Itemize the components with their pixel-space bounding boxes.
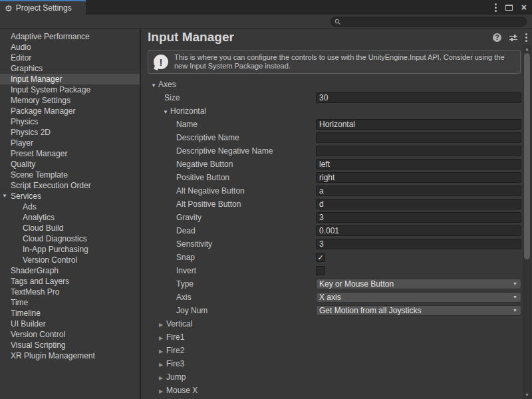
text-field-dead[interactable]: 0.001 (316, 225, 521, 236)
text-field-positive-button[interactable]: right (316, 172, 521, 183)
dropdown-joy-num[interactable]: Get Motion from all Joysticks▼ (316, 305, 521, 316)
sidebar-item-label: Physics (11, 117, 38, 126)
scrollbar-thumb[interactable] (524, 53, 530, 259)
foldout-closed-icon[interactable]: ▶ (159, 358, 166, 372)
property-label: Fire3 (166, 359, 184, 368)
property-row-jump: ▶Jump (141, 370, 523, 384)
property-label-wrap: ▶Mouse X (141, 384, 198, 397)
sidebar-item-label: ShaderGraph (11, 266, 59, 275)
sidebar-item-textmesh-pro[interactable]: TextMesh Pro (0, 287, 140, 297)
sidebar-item-script-execution-order[interactable]: Script Execution Order (0, 180, 140, 191)
maximize-icon[interactable] (505, 5, 513, 11)
property-label: Alt Positive Button (176, 200, 241, 209)
dropdown-axis[interactable]: X axis▼ (316, 292, 521, 303)
property-label-wrap: Negative Button (141, 158, 233, 171)
sidebar-item-analytics[interactable]: Analytics (0, 212, 140, 223)
foldout-closed-icon[interactable]: ▶ (159, 385, 166, 398)
property-label: Sensitivity (176, 239, 212, 249)
text-field-negative-button[interactable]: left (316, 159, 521, 170)
sidebar-item-graphics[interactable]: Graphics (0, 63, 140, 74)
sidebar-item-xr-plugin-management[interactable]: XR Plugin Management (0, 350, 140, 361)
scroll-up-icon[interactable]: ▲ (523, 45, 531, 53)
foldout-open-icon[interactable]: ▼ (2, 191, 9, 201)
foldout-open-icon[interactable]: ▼ (151, 79, 158, 92)
property-label: Jump (166, 372, 186, 382)
sidebar-item-ads[interactable]: Ads (0, 201, 140, 212)
property-label: Positive Button (176, 173, 229, 182)
text-field-alt-negative-button[interactable]: a (316, 186, 521, 196)
sidebar-item-adaptive-performance[interactable]: Adaptive Performance (0, 31, 140, 42)
search-box[interactable] (331, 17, 527, 27)
sidebar-item-input-manager[interactable]: Input Manager (0, 74, 140, 84)
vertical-scrollbar[interactable]: ▲ ▼ (523, 45, 531, 398)
main-panel: Input Manager ? ! This is where you can … (141, 29, 532, 399)
property-label: Joy Num (176, 306, 207, 315)
property-label: Type (176, 279, 194, 289)
sidebar-item-physics-2d[interactable]: Physics 2D (0, 127, 140, 138)
property-label-wrap: ▶Fire3 (141, 357, 184, 370)
foldout-closed-icon[interactable]: ▶ (159, 319, 166, 332)
property-label-wrap: Type (141, 277, 194, 291)
property-label: Gravity (176, 213, 201, 222)
text-field-alt-positive-button[interactable]: d (316, 199, 521, 209)
sidebar-item-cloud-build[interactable]: Cloud Build (0, 223, 140, 233)
sidebar-item-services[interactable]: ▼Services (0, 191, 140, 201)
window-menu-icon[interactable] (495, 3, 497, 12)
property-row-positive-button: Positive Buttonright (141, 171, 523, 184)
sidebar-item-label: Preset Manager (11, 149, 67, 158)
sidebar-item-label: Quality (11, 160, 35, 169)
text-field-descriptive-name[interactable] (316, 132, 521, 143)
sidebar-item-scene-template[interactable]: Scene Template (0, 170, 140, 180)
text-field-size[interactable]: 30 (316, 92, 521, 103)
sidebar-item-audio[interactable]: Audio (0, 42, 140, 53)
close-icon[interactable]: × (521, 3, 527, 12)
sidebar-item-label: Physics 2D (11, 128, 51, 137)
text-field-name[interactable]: Horizontal (316, 119, 521, 130)
sidebar-item-shadergraph[interactable]: ShaderGraph (0, 265, 140, 276)
search-input[interactable] (343, 18, 516, 26)
info-banner-text: This is where you can configure the cont… (174, 53, 515, 70)
sidebar-item-quality[interactable]: Quality (0, 159, 140, 170)
sidebar-item-player[interactable]: Player (0, 138, 140, 148)
tab-project-settings[interactable]: ⚙ Project Settings (0, 0, 86, 15)
checkbox-invert[interactable] (316, 266, 325, 275)
sidebar-item-physics[interactable]: Physics (0, 116, 140, 127)
sidebar-item-label: Cloud Build (23, 223, 63, 233)
sidebar-item-version-control[interactable]: Version Control (0, 329, 140, 340)
text-field-sensitivity[interactable]: 3 (316, 239, 521, 249)
sidebar-item-ui-builder[interactable]: UI Builder (0, 319, 140, 329)
dropdown-type[interactable]: Key or Mouse Button▼ (316, 279, 521, 289)
dropdown-arrow-icon: ▼ (513, 293, 517, 302)
foldout-open-icon[interactable]: ▼ (163, 106, 170, 119)
foldout-closed-icon[interactable]: ▶ (159, 372, 166, 385)
foldout-closed-icon[interactable]: ▶ (159, 332, 166, 345)
sidebar-item-label: Script Execution Order (11, 181, 91, 190)
foldout-closed-icon[interactable]: ▶ (159, 345, 166, 358)
sidebar-item-preset-manager[interactable]: Preset Manager (0, 148, 140, 159)
more-icon[interactable] (525, 33, 527, 42)
sidebar-item-version-control[interactable]: Version Control (0, 255, 140, 265)
property-label: Vertical (166, 319, 192, 329)
checkbox-snap[interactable]: ✓ (316, 253, 325, 262)
property-row-sensitivity: Sensitivity3 (141, 237, 523, 251)
text-field-descriptive-negative-name[interactable] (316, 146, 521, 156)
sidebar-item-visual-scripting[interactable]: Visual Scripting (0, 340, 140, 350)
sidebar-item-input-system-package[interactable]: Input System Package (0, 84, 140, 95)
sidebar-item-cloud-diagnostics[interactable]: Cloud Diagnostics (0, 233, 140, 244)
sidebar-item-tags-and-layers[interactable]: Tags and Layers (0, 276, 140, 287)
field-value: right (319, 173, 334, 182)
sidebar-item-editor[interactable]: Editor (0, 53, 140, 63)
sidebar-item-package-manager[interactable]: Package Manager (0, 106, 140, 116)
property-label: Snap (176, 253, 195, 262)
presets-icon[interactable] (509, 34, 518, 42)
sidebar-item-memory-settings[interactable]: Memory Settings (0, 95, 140, 106)
sidebar-item-timeline[interactable]: Timeline (0, 308, 140, 319)
help-icon[interactable]: ? (493, 33, 501, 42)
property-label-wrap: Descriptive Negative Name (141, 144, 273, 158)
text-field-gravity[interactable]: 3 (316, 212, 521, 223)
sidebar-item-label: Time (11, 298, 28, 307)
scroll-down-icon[interactable]: ▼ (523, 391, 531, 398)
sidebar-item-time[interactable]: Time (0, 297, 140, 308)
sidebar-item-in-app-purchasing[interactable]: In-App Purchasing (0, 244, 140, 255)
settings-sidebar: Adaptive PerformanceAudioEditorGraphicsI… (0, 29, 140, 399)
